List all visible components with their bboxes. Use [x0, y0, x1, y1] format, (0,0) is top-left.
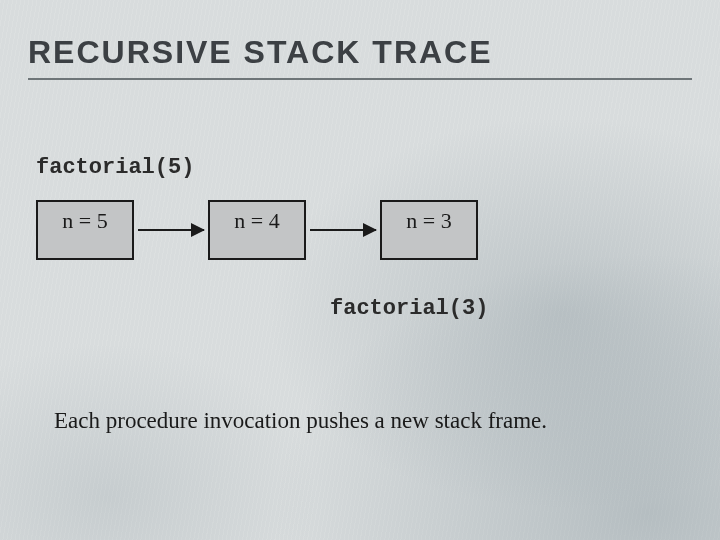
arrow-icon [138, 229, 204, 231]
call-top-label: factorial(5) [36, 155, 194, 180]
stack-frames-row: n = 5 n = 4 n = 3 [36, 200, 478, 260]
stack-frame: n = 5 [36, 200, 134, 260]
stack-frame-label: n = 4 [234, 208, 279, 234]
slide-title: RECURSIVE STACK TRACE [28, 34, 493, 71]
arrow-icon [310, 229, 376, 231]
call-current-label: factorial(3) [330, 296, 488, 321]
stack-frame-label: n = 3 [406, 208, 451, 234]
title-underline [28, 78, 692, 80]
stack-frame: n = 3 [380, 200, 478, 260]
stack-frame-label: n = 5 [62, 208, 107, 234]
stack-frame: n = 4 [208, 200, 306, 260]
slide: RECURSIVE STACK TRACE factorial(5) n = 5… [0, 0, 720, 540]
caption-text: Each procedure invocation pushes a new s… [54, 408, 547, 434]
